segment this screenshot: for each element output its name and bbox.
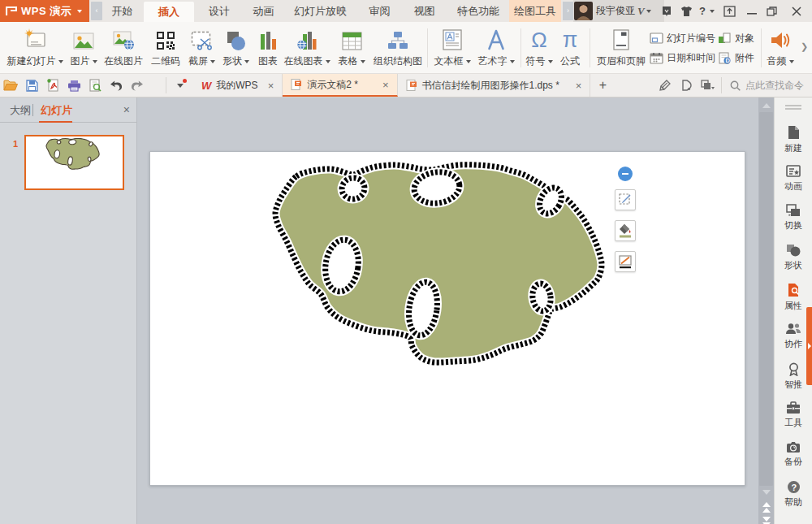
- tab-slideshow[interactable]: 幻灯片放映: [283, 0, 358, 22]
- edit-shape-button[interactable]: [615, 189, 636, 210]
- open-folder-button[interactable]: [0, 74, 21, 97]
- format-brush-icon[interactable]: [654, 74, 676, 97]
- tab-scroll-right-button[interactable]: ›: [563, 2, 573, 20]
- tab-special-features[interactable]: 特色功能: [447, 0, 509, 22]
- ribbon-qrcode-button[interactable]: 二维码: [147, 26, 184, 71]
- ribbon-textbox-button[interactable]: 文本框: [430, 26, 474, 71]
- tab-review[interactable]: 审阅: [358, 0, 401, 22]
- search-icon: [730, 80, 741, 91]
- user-menu-arrow-icon[interactable]: [646, 10, 651, 13]
- ribbon-wordart-button[interactable]: 艺术字: [474, 26, 518, 71]
- doc-tab-wps-home[interactable]: W 我的WPS ×: [193, 74, 283, 97]
- ribbon-table-button[interactable]: 表格: [333, 26, 370, 71]
- doc-tab-other[interactable]: 书信信封绘制用图形操作1.dps * ×: [398, 74, 591, 97]
- next-slide-button[interactable]: [758, 515, 774, 524]
- tab-home[interactable]: 开始: [101, 0, 144, 22]
- ribbon-audio-button[interactable]: 音频: [760, 26, 801, 71]
- undo-button[interactable]: [106, 74, 127, 97]
- tab-view[interactable]: 视图: [401, 0, 447, 22]
- slide-thumbnail[interactable]: [24, 135, 124, 190]
- scroll-up-icon[interactable]: [758, 99, 774, 112]
- user-zone[interactable]: 段宇俊亚 V: [573, 0, 664, 22]
- print-button[interactable]: [63, 74, 84, 97]
- ribbon-header-footer-button[interactable]: 页眉和页脚: [596, 26, 646, 71]
- close-button[interactable]: [786, 0, 807, 22]
- sidebar-item-help[interactable]: ? 帮助: [775, 477, 812, 517]
- wps-home-icon: W: [201, 80, 211, 92]
- tab-animation[interactable]: 动画: [244, 0, 283, 22]
- org-chart-icon: [371, 26, 425, 50]
- restore-button[interactable]: [762, 0, 781, 22]
- slide-thumbnail-number: 1: [13, 139, 18, 149]
- ribbon-slide-number-button[interactable]: 幻灯片编号: [650, 32, 715, 45]
- avatar[interactable]: [574, 2, 593, 20]
- ribbon-picture-button[interactable]: 图片: [66, 26, 102, 71]
- sidebar-item-shape[interactable]: 形状: [775, 240, 812, 280]
- ribbon-attachment-button[interactable]: D 附件: [718, 51, 754, 64]
- new-document-tab-button[interactable]: +: [590, 74, 615, 97]
- upload-share-icon[interactable]: [719, 0, 739, 22]
- slide[interactable]: [149, 151, 745, 486]
- scroll-down-icon[interactable]: [758, 486, 774, 499]
- outline-color-button[interactable]: [615, 251, 636, 272]
- help-icon[interactable]: ?: [697, 0, 716, 22]
- symbol-omega-icon: Ω: [522, 26, 556, 50]
- table-icon: [333, 26, 370, 50]
- ribbon-chart-button[interactable]: 图表: [253, 26, 283, 71]
- fill-color-button[interactable]: [615, 220, 636, 241]
- sidebar-item-animation[interactable]: 动画: [775, 162, 812, 201]
- ribbon-online-picture-button[interactable]: 在线图片: [101, 26, 146, 71]
- ribbon-new-slide-button[interactable]: 新建幻灯片: [4, 26, 66, 71]
- picture-icon: [66, 26, 102, 50]
- minimize-button[interactable]: [742, 0, 762, 22]
- task-pane-toggle[interactable]: [806, 307, 812, 385]
- redo-button[interactable]: [127, 74, 148, 97]
- vertical-scrollbar[interactable]: [758, 97, 774, 524]
- collapse-format-buttons[interactable]: [618, 167, 633, 181]
- message-icon[interactable]: [658, 0, 676, 22]
- tab-drawing-tools[interactable]: 绘图工具: [509, 0, 561, 22]
- ribbon-org-chart-button[interactable]: 组织结构图: [371, 26, 425, 71]
- close-tab-icon[interactable]: ×: [382, 79, 389, 91]
- freeform-shape[interactable]: [150, 152, 746, 487]
- wordart-icon: [474, 26, 518, 50]
- ribbon-formula-button[interactable]: π 公式: [555, 26, 585, 71]
- sidebar-item-backup[interactable]: 备份: [775, 438, 812, 478]
- skin-icon[interactable]: [677, 0, 695, 22]
- ribbon-symbol-button[interactable]: Ω 符号: [522, 26, 556, 71]
- expand-pane-icon: [808, 343, 811, 349]
- tab-insert[interactable]: 插入: [144, 2, 194, 22]
- ribbon-object-button[interactable]: 对象: [718, 32, 754, 45]
- scrollbar-thumb[interactable]: [759, 112, 773, 486]
- doc-tab-current[interactable]: 演示文稿2 * ×: [283, 74, 397, 97]
- ribbon-item-label: 对象: [735, 32, 754, 45]
- ribbon-shapes-button[interactable]: 形状: [218, 26, 254, 71]
- ribbon-screenshot-button[interactable]: 截屏: [184, 26, 220, 71]
- tab-design[interactable]: 设计: [194, 0, 244, 22]
- print-preview-button[interactable]: [84, 74, 106, 97]
- editing-canvas[interactable]: [137, 97, 758, 524]
- ribbon-item-label: 图片: [71, 54, 90, 68]
- ribbon-online-chart-button[interactable]: 在线图表: [282, 26, 332, 71]
- doc-mode-icon[interactable]: [676, 74, 697, 97]
- customize-qat-button[interactable]: [171, 74, 189, 97]
- ribbon-item-label: 在线图表: [284, 54, 323, 68]
- export-pdf-button[interactable]: [42, 74, 63, 97]
- outline-tab[interactable]: 大纲: [10, 97, 31, 122]
- panel-close-icon[interactable]: ×: [123, 97, 130, 122]
- close-tab-icon[interactable]: ×: [268, 80, 274, 92]
- sidebar-item-transition[interactable]: 切换: [775, 201, 812, 240]
- app-logo[interactable]: WPS 演示: [0, 0, 89, 22]
- previous-slide-button[interactable]: [758, 500, 774, 513]
- ribbon-date-time-button[interactable]: 日期和时间: [650, 51, 715, 64]
- slides-tab[interactable]: 幻灯片: [41, 97, 72, 122]
- ribbon-more-icon[interactable]: ❯: [801, 41, 808, 52]
- save-button[interactable]: [21, 74, 42, 97]
- command-search[interactable]: 点此查找命令: [725, 79, 812, 93]
- app-menu-arrow-icon[interactable]: [77, 10, 82, 13]
- sidebar-item-tools[interactable]: 工具: [775, 398, 812, 438]
- sidebar-handle[interactable]: [785, 105, 801, 106]
- sidebar-item-new[interactable]: 新建: [775, 122, 812, 162]
- close-tab-icon[interactable]: ×: [576, 80, 582, 92]
- paste-options-icon[interactable]: [697, 74, 718, 97]
